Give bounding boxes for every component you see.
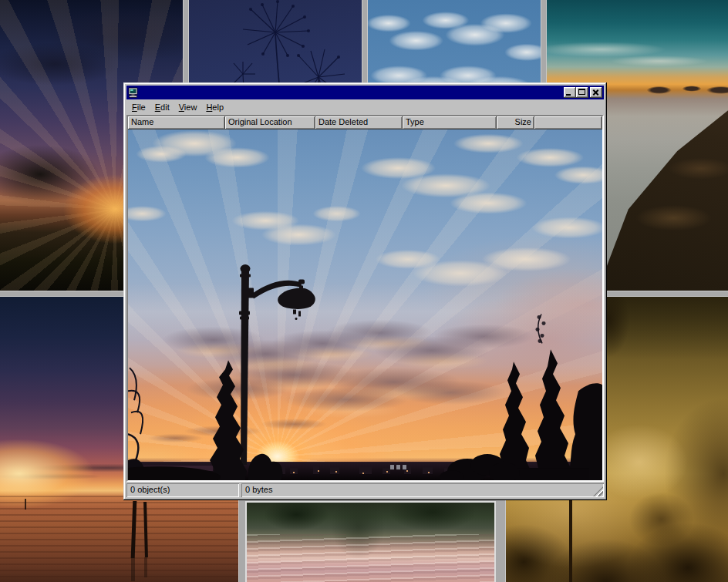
silhouettes: [128, 130, 602, 480]
maximize-button[interactable]: [576, 87, 588, 98]
computer-icon[interactable]: [128, 87, 139, 98]
water-stick: [25, 499, 26, 510]
menu-edit[interactable]: Edit: [150, 101, 174, 114]
pole-reflection: [144, 557, 147, 577]
photo-watermark-marks: [390, 465, 406, 469]
wallpaper-tile-water-reflections: [247, 503, 494, 582]
minimize-icon: [566, 94, 571, 96]
menu-help[interactable]: Help: [201, 101, 228, 114]
sunset-streetlamp-photo: [128, 130, 602, 480]
column-header-original-location[interactable]: Original Location: [225, 116, 315, 130]
menu-view[interactable]: View: [174, 101, 202, 114]
close-button[interactable]: [590, 87, 602, 98]
dead-tree-pole: [131, 501, 137, 558]
tall-trees-silhouette: [440, 314, 602, 480]
pole-reflection: [131, 558, 135, 581]
titlebar[interactable]: [126, 86, 604, 99]
column-header-type[interactable]: Type: [403, 116, 497, 130]
street-lamp-silhouette: [239, 264, 315, 465]
recycle-bin-window: File Edit View Help Name Original Locati…: [123, 82, 607, 500]
bush-silhouette: [248, 454, 283, 480]
status-bar: 0 object(s) 0 bytes: [126, 483, 604, 497]
maximize-icon: [578, 89, 585, 95]
column-header-name[interactable]: Name: [128, 116, 225, 130]
status-size: 0 bytes: [241, 483, 604, 497]
status-objects: 0 object(s): [126, 483, 239, 497]
menu-file[interactable]: File: [127, 101, 150, 114]
column-header-filler[interactable]: [534, 116, 602, 130]
menu-bar: File Edit View Help: [126, 99, 604, 115]
column-header-date-deleted[interactable]: Date Deleted: [315, 116, 403, 130]
dry-grass-silhouette: [128, 368, 143, 460]
desktop: File Edit View Help Name Original Locati…: [0, 0, 728, 582]
file-list-view[interactable]: Name Original Location Date Deleted Type…: [126, 115, 604, 482]
column-header-row: Name Original Location Date Deleted Type…: [128, 116, 602, 130]
minimize-button[interactable]: [564, 87, 576, 98]
dead-tree-pole: [143, 502, 148, 557]
column-header-size[interactable]: Size: [497, 116, 534, 130]
